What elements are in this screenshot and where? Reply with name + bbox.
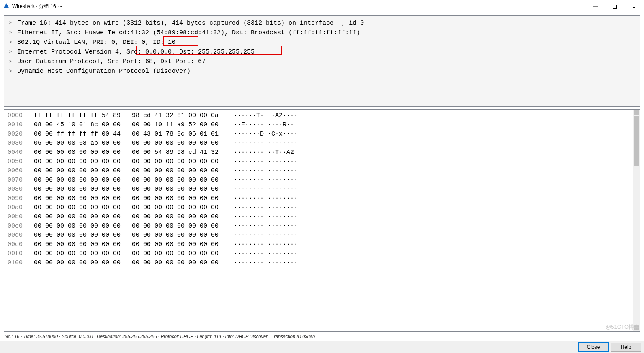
- hex-offset: 0100: [8, 259, 23, 266]
- hex-offset: 0090: [8, 195, 23, 202]
- hex-bytes: 00 00 00 00 00 00 00 00 00 00 00 00 00 0…: [23, 223, 298, 230]
- tree-row-text: 802.1Q Virtual LAN, PRI: 0, DEI: 0, ID: …: [13, 39, 175, 46]
- tree-row[interactable]: > 802.1Q Virtual LAN, PRI: 0, DEI: 0, ID…: [4, 38, 640, 47]
- hex-offset: 0030: [8, 140, 23, 147]
- close-window-button[interactable]: [624, 0, 644, 13]
- svg-rect-1: [613, 5, 617, 8]
- minimize-button[interactable]: [586, 0, 605, 13]
- hex-offset: 00e0: [8, 241, 23, 248]
- tree-row-text: User Datagram Protocol, Src Port: 68, Ds…: [13, 58, 206, 65]
- hex-bytes: 00 00 00 00 00 00 00 00 00 00 00 00 00 0…: [23, 176, 298, 184]
- hex-line[interactable]: 0030 06 00 00 00 08 ab 00 00 00 00 00 00…: [8, 139, 629, 148]
- tree-row[interactable]: > Internet Protocol Version 4, Src: 0.0.…: [4, 47, 640, 57]
- hex-line[interactable]: 0100 00 00 00 00 00 00 00 00 00 00 00 00…: [8, 258, 629, 268]
- hex-offset: 0050: [8, 158, 23, 165]
- hex-line[interactable]: 0040 00 00 00 00 00 00 00 00 00 00 54 89…: [8, 148, 629, 157]
- packet-bytes-pane[interactable]: 0000 ff ff ff ff ff ff 54 89 98 cd 41 32…: [4, 109, 640, 332]
- tree-row[interactable]: > Dynamic Host Configuration Protocol (D…: [4, 67, 640, 76]
- hex-offset: 00c0: [8, 223, 23, 230]
- status-text: No.: 16 · Time: 32.578000 · Source: 0.0.…: [5, 334, 315, 339]
- hex-bytes: 00 00 00 00 00 00 00 00 00 00 00 00 00 0…: [23, 213, 298, 220]
- footer: No.: 16 · Time: 32.578000 · Source: 0.0.…: [0, 332, 644, 353]
- hex-line[interactable]: 00e0 00 00 00 00 00 00 00 00 00 00 00 00…: [8, 240, 629, 249]
- close-button[interactable]: Close: [578, 343, 608, 352]
- hex-offset: 00b0: [8, 213, 23, 220]
- tree-row[interactable]: > Frame 16: 414 bytes on wire (3312 bits…: [4, 18, 640, 28]
- hex-line[interactable]: 0020 00 00 ff ff ff ff 00 44 00 43 01 78…: [8, 130, 629, 139]
- hex-line[interactable]: 0080 00 00 00 00 00 00 00 00 00 00 00 00…: [8, 185, 629, 194]
- hex-dump: 0000 ff ff ff ff ff ff 54 89 98 cd 41 32…: [4, 110, 632, 331]
- scrollbar-thumb[interactable]: [634, 116, 639, 166]
- hex-line[interactable]: 00b0 00 00 00 00 00 00 00 00 00 00 00 00…: [8, 212, 629, 222]
- hex-bytes: 00 00 00 00 00 00 00 00 00 00 00 00 00 0…: [23, 167, 298, 174]
- hex-line[interactable]: 00a0 00 00 00 00 00 00 00 00 00 00 00 00…: [8, 203, 629, 212]
- hex-line[interactable]: 0060 00 00 00 00 00 00 00 00 00 00 00 00…: [8, 166, 629, 176]
- hex-bytes: 06 00 00 00 08 ab 00 00 00 00 00 00 00 0…: [23, 140, 298, 147]
- hex-offset: 0010: [8, 121, 23, 128]
- button-bar: Close Help: [0, 341, 644, 353]
- tree-row[interactable]: > Ethernet II, Src: HuaweiTe_cd:41:32 (5…: [4, 28, 640, 38]
- expand-icon[interactable]: >: [8, 47, 13, 56]
- hex-offset: 00a0: [8, 204, 23, 211]
- scrollbar-vertical[interactable]: [633, 110, 640, 331]
- hex-bytes: 00 00 00 00 00 00 00 00 00 00 00 00 00 0…: [23, 204, 298, 211]
- maximize-button[interactable]: [605, 0, 624, 13]
- tree-row[interactable]: > User Datagram Protocol, Src Port: 68, …: [4, 57, 640, 67]
- hex-line[interactable]: 0070 00 00 00 00 00 00 00 00 00 00 00 00…: [8, 176, 629, 185]
- hex-offset: 00d0: [8, 232, 23, 239]
- expand-icon[interactable]: >: [8, 57, 13, 66]
- hex-bytes: 00 00 00 00 00 00 00 00 00 00 00 00 00 0…: [23, 232, 298, 239]
- hex-bytes: 00 00 00 00 00 00 00 00 00 00 00 00 00 0…: [23, 158, 298, 165]
- hex-offset: 0070: [8, 176, 23, 184]
- expand-icon[interactable]: >: [8, 67, 13, 76]
- hex-offset: 00f0: [8, 250, 23, 257]
- hex-line[interactable]: 0090 00 00 00 00 00 00 00 00 00 00 00 00…: [8, 194, 629, 203]
- window-title: Wireshark · 分组 16 · -: [12, 3, 62, 10]
- tree-row-text: Dynamic Host Configuration Protocol (Dis…: [13, 68, 191, 75]
- hex-bytes: ff ff ff ff ff ff 54 89 98 cd 41 32 81 0…: [23, 112, 298, 119]
- app-window: Wireshark · 分组 16 · - > Frame 16: 414 by…: [0, 0, 644, 353]
- wireshark-icon: [3, 3, 10, 10]
- hex-bytes: 00 00 00 00 00 00 00 00 00 00 00 00 00 0…: [23, 195, 298, 202]
- hex-bytes: 00 00 00 00 00 00 00 00 00 00 00 00 00 0…: [23, 250, 298, 257]
- expand-icon[interactable]: >: [8, 28, 13, 37]
- hex-line[interactable]: 00c0 00 00 00 00 00 00 00 00 00 00 00 00…: [8, 222, 629, 231]
- hex-offset: 0080: [8, 186, 23, 193]
- hex-bytes: 00 00 00 00 00 00 00 00 00 00 00 00 00 0…: [23, 186, 298, 193]
- hex-line[interactable]: 00d0 00 00 00 00 00 00 00 00 00 00 00 00…: [8, 231, 629, 240]
- tree-row-text: Internet Protocol Version 4, Src: 0.0.0.…: [13, 49, 255, 56]
- hex-line[interactable]: 0050 00 00 00 00 00 00 00 00 00 00 00 00…: [8, 157, 629, 166]
- hex-offset: 0020: [8, 130, 23, 138]
- hex-bytes: 00 00 00 00 00 00 00 00 00 00 00 00 00 0…: [23, 241, 298, 248]
- hex-line[interactable]: 0010 08 00 45 10 01 8c 00 00 00 00 10 11…: [8, 120, 629, 130]
- packet-details-pane[interactable]: > Frame 16: 414 bytes on wire (3312 bits…: [4, 15, 640, 107]
- tree-row-text: Ethernet II, Src: HuaweiTe_cd:41:32 (54:…: [13, 29, 360, 36]
- help-button[interactable]: Help: [611, 343, 641, 352]
- status-bar: No.: 16 · Time: 32.578000 · Source: 0.0.…: [0, 332, 644, 341]
- content-area: > Frame 16: 414 bytes on wire (3312 bits…: [0, 13, 644, 332]
- hex-line[interactable]: 00f0 00 00 00 00 00 00 00 00 00 00 00 00…: [8, 249, 629, 258]
- hex-bytes: 00 00 00 00 00 00 00 00 00 00 54 89 98 c…: [23, 149, 294, 156]
- hex-offset: 0060: [8, 167, 23, 174]
- window-controls: [586, 0, 644, 13]
- hex-line[interactable]: 0000 ff ff ff ff ff ff 54 89 98 cd 41 32…: [8, 111, 629, 120]
- expand-icon[interactable]: >: [8, 18, 13, 28]
- hex-offset: 0000: [8, 112, 23, 119]
- tree-row-text: Frame 16: 414 bytes on wire (3312 bits),…: [13, 20, 364, 27]
- hex-offset: 0040: [8, 149, 23, 156]
- hex-bytes: 08 00 45 10 01 8c 00 00 00 00 10 11 a9 5…: [23, 121, 294, 128]
- titlebar: Wireshark · 分组 16 · -: [0, 0, 644, 13]
- expand-icon[interactable]: >: [8, 38, 13, 47]
- hex-bytes: 00 00 00 00 00 00 00 00 00 00 00 00 00 0…: [23, 259, 298, 266]
- hex-bytes: 00 00 ff ff ff ff 00 44 00 43 01 78 8c 0…: [23, 130, 298, 138]
